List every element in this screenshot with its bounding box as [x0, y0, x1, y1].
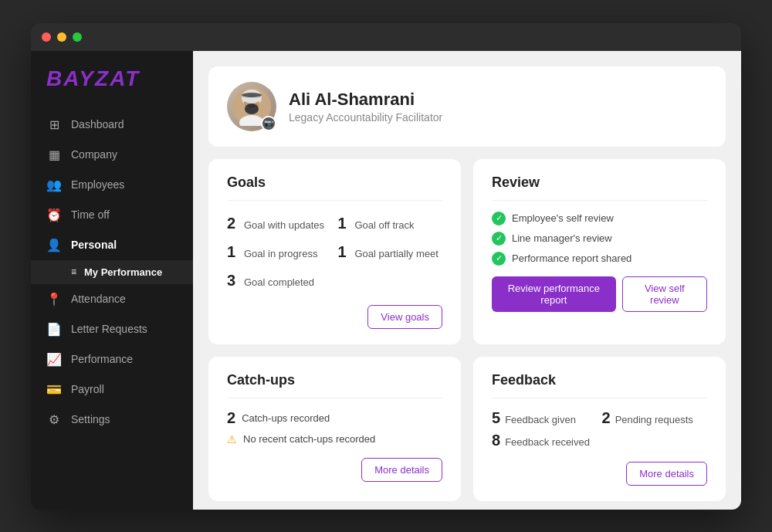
sidebar-item-dashboard[interactable]: ⊞ Dashboard — [31, 110, 193, 140]
review-item-self: ✓ Employee's self review — [492, 212, 707, 225]
check-icon: ✓ — [492, 232, 506, 246]
goals-footer: View goals — [227, 305, 442, 329]
sidebar-item-company[interactable]: ▦ Company — [31, 140, 193, 170]
logo: BAYZAT — [31, 66, 193, 110]
settings-icon: ⚙ — [46, 412, 62, 427]
catchup-warning: ⚠ No recent catch-ups recorded — [227, 433, 442, 446]
sidebar-item-personal[interactable]: 👤 Personal — [31, 230, 193, 260]
goal-label: Goal with updates — [244, 219, 324, 231]
goal-item-partial: 1 Goal partially meet — [338, 240, 443, 264]
view-goals-button[interactable]: View goals — [367, 305, 442, 329]
sidebar-item-my-performance[interactable]: ≡ My Performance — [31, 260, 193, 284]
catchup-warning-text: No recent catch-ups recorded — [243, 433, 375, 445]
goal-item-completed: 3 Goal completed — [227, 269, 332, 293]
list-icon: ≡ — [71, 266, 76, 277]
sidebar-item-label: Attendance — [71, 293, 126, 305]
titlebar — [31, 23, 741, 51]
review-title: Review — [492, 175, 707, 201]
goals-card: Goals 2 Goal with updates 1 Goal off tra… — [208, 159, 461, 344]
review-performance-button[interactable]: Review performance report — [492, 276, 616, 312]
catchups-title: Catch-ups — [227, 372, 442, 398]
feedback-number: 5 — [492, 409, 500, 427]
sidebar-item-label: Personal — [71, 239, 117, 251]
profile-card: 📷 Ali Al-Shamrani Legacy Accountability … — [208, 66, 726, 147]
catchups-more-details-button[interactable]: More details — [361, 458, 442, 482]
minimize-dot[interactable] — [57, 32, 66, 42]
sidebar-item-label: Time off — [71, 208, 110, 221]
review-item-label: Line manager's review — [512, 232, 612, 244]
review-footer: Review performance report View self revi… — [492, 276, 707, 312]
goal-label: Goal completed — [244, 276, 314, 288]
letter-icon: 📄 — [46, 322, 62, 337]
close-dot[interactable] — [42, 32, 51, 42]
goal-item-offtrack: 1 Goal off track — [338, 212, 443, 236]
view-self-review-button[interactable]: View self review — [622, 276, 707, 312]
feedback-title: Feedback — [492, 372, 707, 398]
avatar-container: 📷 — [227, 82, 276, 131]
cards-grid: Goals 2 Goal with updates 1 Goal off tra… — [208, 159, 726, 501]
personal-icon: 👤 — [46, 238, 62, 252]
review-item-label: Employee's self review — [512, 212, 614, 224]
app-window: BAYZAT ⊞ Dashboard ▦ Company 👥 Employees… — [31, 23, 741, 510]
sidebar-item-label: Payroll — [71, 383, 104, 395]
feedback-footer: More details — [492, 462, 707, 486]
profile-info: Ali Al-Shamrani Legacy Accountability Fa… — [289, 90, 442, 124]
feedback-number: 8 — [492, 432, 500, 449]
goal-label: Goal off track — [355, 219, 415, 231]
sidebar-item-label: Settings — [71, 413, 110, 425]
catchups-footer: More details — [227, 458, 442, 482]
feedback-more-details-button[interactable]: More details — [626, 462, 707, 486]
feedback-pending: 2 Pending requests — [602, 409, 708, 427]
sidebar-item-label: Company — [71, 148, 117, 161]
feedback-label: Pending requests — [615, 414, 693, 425]
goal-number: 1 — [227, 243, 239, 261]
feedback-label: Feedback received — [505, 436, 590, 448]
maximize-dot[interactable] — [73, 32, 82, 42]
app-body: BAYZAT ⊞ Dashboard ▦ Company 👥 Employees… — [31, 51, 741, 510]
catchups-card: Catch-ups 2 Catch-ups recorded ⚠ No rece… — [208, 357, 461, 501]
camera-badge[interactable]: 📷 — [261, 116, 276, 131]
sidebar-item-label: Employees — [71, 178, 124, 191]
review-item-report: ✓ Performance report shared — [492, 252, 707, 266]
feedback-received: 8 Feedback received — [492, 432, 598, 449]
goal-item-progress: 1 Goal in progress — [227, 240, 332, 264]
goal-number: 1 — [338, 243, 350, 261]
feedback-given: 5 Feedback given — [492, 409, 598, 427]
dashboard-icon: ⊞ — [46, 117, 62, 132]
sidebar-item-employees[interactable]: 👥 Employees — [31, 170, 193, 200]
sidebar-item-attendance[interactable]: 📍 Attendance — [31, 284, 193, 314]
sidebar: BAYZAT ⊞ Dashboard ▦ Company 👥 Employees… — [31, 51, 193, 510]
review-card: Review ✓ Employee's self review ✓ Line m… — [473, 159, 726, 344]
review-item-label: Performance report shared — [512, 252, 631, 264]
profile-name: Ali Al-Shamrani — [289, 90, 442, 110]
sidebar-item-settings[interactable]: ⚙ Settings — [31, 405, 193, 435]
feedback-card: Feedback 5 Feedback given 8 Feedback rec… — [473, 357, 726, 501]
sidebar-item-timeoff[interactable]: ⏰ Time off — [31, 200, 193, 230]
attendance-icon: 📍 — [46, 292, 62, 307]
feedback-number: 2 — [602, 409, 611, 427]
check-icon: ✓ — [492, 252, 506, 266]
sidebar-item-letter-requests[interactable]: 📄 Letter Requests — [31, 314, 193, 344]
review-items: ✓ Employee's self review ✓ Line manager'… — [492, 212, 707, 266]
goals-title: Goals — [227, 175, 442, 201]
catchup-items: 2 Catch-ups recorded ⚠ No recent catch-u… — [227, 409, 442, 446]
main-content: 📷 Ali Al-Shamrani Legacy Accountability … — [193, 51, 741, 510]
feedback-label: Feedback given — [505, 414, 576, 425]
sidebar-item-label: Dashboard — [71, 118, 124, 130]
timeoff-icon: ⏰ — [46, 208, 62, 222]
sidebar-item-label: Performance — [71, 353, 133, 365]
feedback-grid: 5 Feedback given 8 Feedback received 2 — [492, 409, 707, 449]
goal-number: 3 — [227, 272, 239, 290]
company-icon: ▦ — [46, 147, 62, 162]
warning-icon: ⚠ — [227, 433, 237, 446]
goal-number: 2 — [227, 215, 239, 232]
goals-grid: 2 Goal with updates 1 Goal off track 1 G… — [227, 212, 442, 293]
sidebar-item-payroll[interactable]: 💳 Payroll — [31, 374, 193, 405]
payroll-icon: 💳 — [46, 382, 62, 397]
catchup-recorded: 2 Catch-ups recorded — [227, 409, 442, 427]
sidebar-item-performance[interactable]: 📈 Performance — [31, 344, 193, 374]
svg-point-6 — [242, 93, 262, 97]
review-item-manager: ✓ Line manager's review — [492, 232, 707, 246]
svg-point-7 — [248, 104, 256, 107]
sidebar-item-label: Letter Requests — [71, 323, 147, 335]
